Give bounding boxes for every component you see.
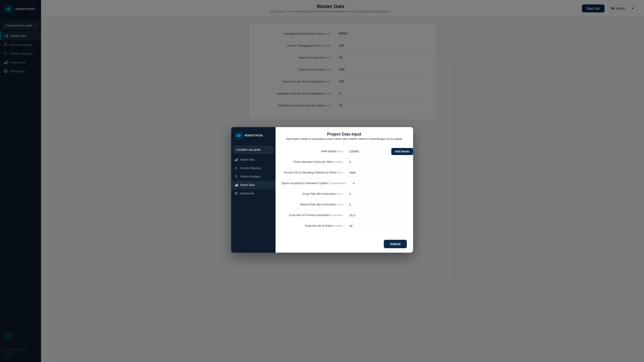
submit-button[interactable]: Submit — [384, 240, 407, 248]
svg-rect-17 — [237, 158, 238, 161]
popup-solution-designer-label: Solution Designer — [240, 175, 261, 178]
popup-form-row-space: Space occupied by Automation System (in … — [282, 180, 407, 187]
input-robot-hours[interactable] — [346, 158, 407, 166]
popup-form-row-software-cost: Annual Cost of Operating Software for Ro… — [282, 169, 407, 176]
popup-header: Project Data Input Add details related t… — [276, 127, 413, 143]
popup-form-row-expected-life: Expected Life of Robot (in Years) : — [282, 222, 407, 230]
popup-chart-icon — [235, 158, 238, 161]
popup-sidebar-project-data[interactable]: Project Data — [231, 181, 276, 189]
popup-sidebar-logo: ROBOTIKOS — [231, 127, 276, 144]
svg-rect-22 — [237, 184, 238, 186]
popup-sidebar-process-mapping[interactable]: Process Mapping — [231, 164, 276, 172]
popup-label-space: Space occupied by Automation System (in … — [282, 182, 348, 185]
popup-body: Initial Budget (in €) : Add Details Robo… — [276, 143, 413, 237]
popup-gear-icon — [235, 166, 238, 170]
input-expected-life[interactable] — [346, 222, 407, 230]
popup-guide-label: Complete user guide — [236, 148, 261, 151]
popup-title: Project Data Input — [282, 132, 407, 137]
input-initial-budget[interactable] — [346, 148, 390, 155]
popup-label-expected-life: Expected Life of Robot (in Years) : — [282, 224, 344, 228]
popup-form-row-robot-hours: Robot Operation Hours per Shift (in Hour… — [282, 158, 407, 166]
popup-label-robot-hours: Robot Operation Hours per Shift (in Hour… — [282, 160, 344, 164]
input-rework[interactable] — [346, 201, 407, 208]
popup-project-data-label: Project Data — [240, 184, 255, 186]
popup-main: Project Data Input Add details related t… — [276, 127, 413, 253]
popup-project-chart-icon — [235, 184, 238, 186]
svg-point-18 — [236, 168, 237, 169]
svg-point-14 — [238, 135, 239, 136]
project-data-popup: ROBOTIKOS Complete user guide Master Dat… — [231, 127, 413, 253]
popup-sidebar-dashboards[interactable]: Dashboards — [231, 189, 276, 198]
popup-process-mapping-label: Process Mapping — [240, 166, 261, 170]
popup-sidebar: ROBOTIKOS Complete user guide Master Dat… — [231, 127, 276, 253]
popup-globe-icon — [235, 192, 238, 195]
initial-budget-row: Add Details — [346, 148, 413, 155]
popup-label-software-cost: Annual Cost of Operating Software for Ro… — [282, 171, 344, 174]
popup-logo-text: ROBOTIKOS — [245, 134, 263, 137]
popup-form-row-rework: Rework Rate after Automation (in %) : — [282, 201, 407, 208]
popup-sidebar-solution-designer[interactable]: Solution Designer — [231, 172, 276, 181]
popup-label-cycle-time: Cycle time for Process Automated (in Sec… — [282, 214, 344, 217]
popup-label-scrap: Scrap Rate after Automation (in %) : — [282, 192, 344, 196]
input-cycle-time[interactable] — [346, 212, 407, 219]
popup-subtitle: Add details related to automation projec… — [282, 138, 407, 140]
input-software-cost[interactable] — [346, 169, 407, 176]
popup-form-row-scrap: Scrap Rate after Automation (in %) : — [282, 190, 407, 198]
popup-label-initial-budget: Initial Budget (in €) : — [282, 150, 344, 153]
svg-rect-16 — [236, 159, 236, 161]
popup-sidebar-master-data[interactable]: Master Data — [231, 156, 276, 164]
popup-master-data-label: Master Data — [240, 158, 254, 161]
popup-dashboards-label: Dashboards — [240, 192, 254, 195]
popup-label-rework: Rework Rate after Automation (in %) : — [282, 203, 344, 206]
popup-footer: Submit — [276, 237, 413, 253]
popup-form-row-initial-budget: Initial Budget (in €) : Add Details — [282, 148, 407, 155]
input-scrap[interactable] — [346, 190, 407, 198]
svg-rect-15 — [235, 160, 235, 161]
add-details-button[interactable]: Add Details — [391, 148, 413, 155]
popup-sidebar-guide[interactable]: Complete user guide — [234, 146, 273, 154]
popup-search-icon — [235, 175, 238, 178]
popup-form-row-cycle-time: Cycle time for Process Automated (in Sec… — [282, 212, 407, 219]
svg-rect-20 — [235, 185, 235, 186]
input-space[interactable] — [350, 180, 407, 187]
popup-logo-icon — [235, 132, 243, 140]
svg-rect-21 — [236, 184, 236, 186]
overlay: ROBOTIKOS Complete user guide Master Dat… — [0, 0, 644, 362]
